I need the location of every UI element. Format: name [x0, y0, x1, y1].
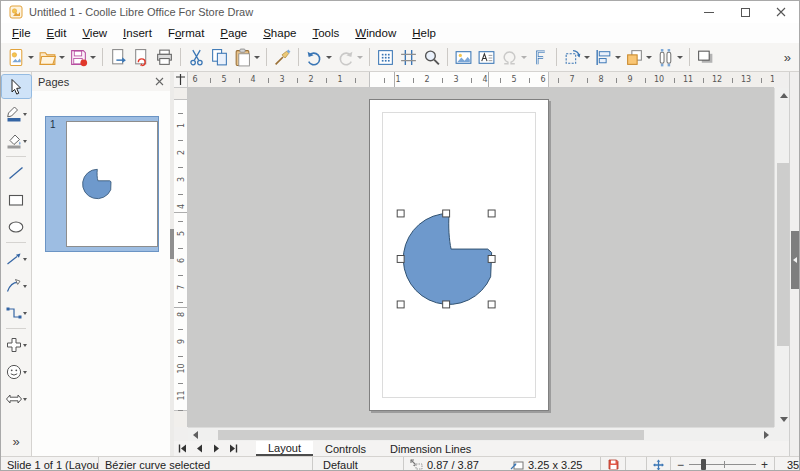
connectors-button[interactable]	[2, 301, 31, 324]
status-cursor-position[interactable]: 0.87 / 3.87	[404, 457, 504, 471]
redo-button[interactable]	[334, 45, 365, 69]
fontwork-button[interactable]	[529, 45, 552, 69]
paste-button[interactable]	[231, 45, 262, 69]
insert-line-button[interactable]	[2, 161, 31, 184]
tab-dimension-lines[interactable]: Dimension Lines	[378, 441, 483, 456]
open-file-button[interactable]	[36, 45, 67, 69]
save-button[interactable]	[67, 45, 98, 69]
toolbar-overflow-button[interactable]: »	[2, 430, 31, 453]
pages-list[interactable]: 1	[32, 91, 170, 456]
basic-shapes-button[interactable]	[2, 333, 31, 356]
ellipse-button[interactable]	[2, 215, 31, 238]
export-button[interactable]	[107, 45, 130, 69]
zoom-button[interactable]	[420, 45, 443, 69]
line-color-button[interactable]	[2, 102, 31, 125]
dropdown-arrow-icon[interactable]	[23, 285, 27, 290]
page[interactable]	[369, 99, 549, 411]
horizontal-ruler[interactable]: 654321123456789101112131415	[188, 72, 774, 88]
insert-image-button[interactable]	[452, 45, 475, 69]
copy-button[interactable]	[208, 45, 231, 69]
dropdown-arrow-icon[interactable]	[23, 258, 27, 263]
insert-text-box-button[interactable]	[475, 45, 498, 69]
dropdown-arrow-icon[interactable]	[23, 371, 27, 376]
vertical-ruler[interactable]: 1234567891011	[174, 88, 188, 427]
menu-help[interactable]: Help	[404, 24, 444, 42]
status-page-style[interactable]: Default	[313, 457, 404, 471]
dropdown-arrow-icon[interactable]	[677, 56, 683, 62]
special-character-button[interactable]	[498, 45, 529, 69]
cut-button[interactable]	[185, 45, 208, 69]
align-objects-button[interactable]	[592, 45, 623, 69]
scroll-right-button[interactable]	[759, 428, 774, 442]
dropdown-arrow-icon[interactable]	[23, 113, 27, 118]
display-grid-button[interactable]	[374, 45, 397, 69]
zoom-slider-track[interactable]	[689, 464, 756, 465]
select-button[interactable]	[2, 75, 31, 98]
dropdown-arrow-icon[interactable]	[28, 56, 34, 62]
menu-window[interactable]: Window	[347, 24, 404, 42]
toolbar-overflow-button[interactable]: »	[780, 45, 795, 69]
pages-panel-close-icon[interactable]	[155, 77, 164, 86]
sidebar-toggle[interactable]	[791, 231, 799, 289]
tab-controls[interactable]: Controls	[313, 441, 378, 456]
dropdown-arrow-icon[interactable]	[615, 56, 621, 62]
arrange-button[interactable]	[623, 45, 654, 69]
next-page-button[interactable]	[208, 441, 225, 456]
transformations-button[interactable]	[561, 45, 592, 69]
dropdown-arrow-icon[interactable]	[23, 312, 27, 317]
menu-insert[interactable]: Insert	[115, 24, 160, 42]
shadow-button[interactable]	[694, 45, 717, 69]
selection-handle[interactable]	[397, 301, 404, 308]
dropdown-arrow-icon[interactable]	[584, 56, 590, 62]
menu-shape[interactable]: Shape	[255, 24, 304, 42]
dropdown-arrow-icon[interactable]	[357, 56, 363, 62]
horizontal-scrollbar-thumb[interactable]	[218, 430, 644, 440]
zoom-in-button[interactable]: +	[761, 458, 768, 471]
previous-page-button[interactable]	[191, 441, 208, 456]
dropdown-arrow-icon[interactable]	[23, 140, 27, 145]
selection-handle[interactable]	[488, 301, 495, 308]
status-object-size[interactable]: 3.25 x 3.25	[504, 457, 601, 471]
selection-handle[interactable]	[488, 255, 495, 262]
dropdown-arrow-icon[interactable]	[646, 56, 652, 62]
selection-handle[interactable]	[443, 301, 450, 308]
export-pdf-button[interactable]	[130, 45, 153, 69]
first-page-button[interactable]	[174, 441, 191, 456]
zoom-slider[interactable]: − +	[671, 457, 775, 471]
curves-and-polygons-button[interactable]	[2, 274, 31, 297]
status-unsaved-changes[interactable]	[601, 457, 626, 471]
pie-shape[interactable]	[403, 213, 491, 304]
status-zoom-percent[interactable]: 35%	[775, 457, 800, 471]
zoom-out-button[interactable]: −	[677, 458, 684, 471]
selection-handle[interactable]	[443, 210, 450, 217]
dropdown-arrow-icon[interactable]	[254, 56, 260, 62]
horizontal-scrollbar[interactable]	[188, 427, 774, 441]
clone-formatting-button[interactable]	[271, 45, 294, 69]
menu-page[interactable]: Page	[212, 24, 255, 42]
selection-handle[interactable]	[488, 210, 495, 217]
distribute-button[interactable]	[654, 45, 685, 69]
block-arrows-button[interactable]	[2, 387, 31, 410]
dropdown-arrow-icon[interactable]	[59, 56, 65, 62]
selection-handle[interactable]	[397, 210, 404, 217]
scroll-left-button[interactable]	[188, 428, 203, 442]
menu-format[interactable]: Format	[160, 24, 212, 42]
menu-file[interactable]: File	[4, 24, 39, 42]
dropdown-arrow-icon[interactable]	[23, 344, 27, 349]
ruler-origin-button[interactable]	[174, 72, 188, 88]
dropdown-arrow-icon[interactable]	[326, 56, 332, 62]
dropdown-arrow-icon[interactable]	[90, 56, 96, 62]
fit-slide-button[interactable]	[647, 457, 671, 471]
dropdown-arrow-icon[interactable]	[23, 398, 27, 403]
new-document-button[interactable]	[5, 45, 36, 69]
page-thumbnail[interactable]: 1	[45, 116, 159, 252]
fill-color-button[interactable]	[2, 129, 31, 152]
snap-guides-button[interactable]	[397, 45, 420, 69]
zoom-slider-thumb[interactable]	[701, 459, 706, 470]
selection-handle[interactable]	[397, 255, 404, 262]
undo-button[interactable]	[303, 45, 334, 69]
lines-and-arrows-button[interactable]	[2, 247, 31, 270]
maximize-button[interactable]	[727, 1, 763, 23]
menu-view[interactable]: View	[74, 24, 115, 42]
symbol-shapes-button[interactable]	[2, 360, 31, 383]
